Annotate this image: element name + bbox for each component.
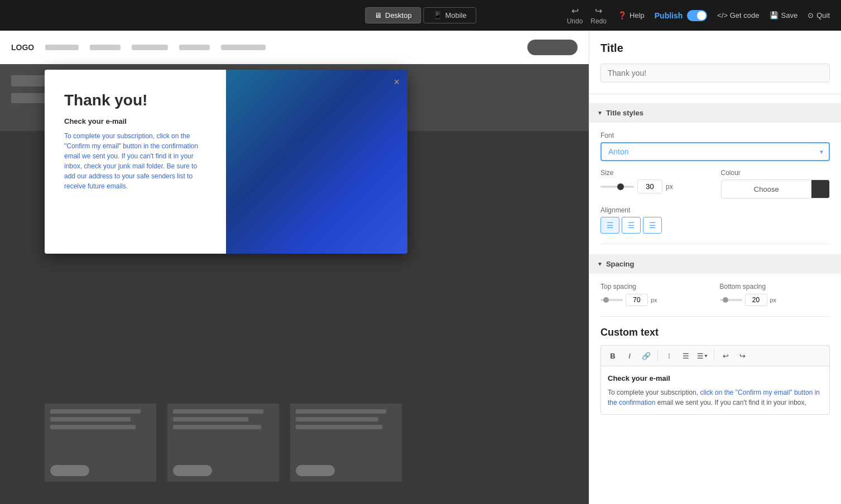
spacing-collapse-icon: ▼ — [597, 261, 603, 267]
card-1 — [45, 404, 156, 482]
top-spacing-thumb — [603, 297, 609, 303]
top-spacing-slider[interactable] — [600, 299, 623, 301]
card-2-button — [173, 465, 212, 476]
italic-icon: I — [628, 352, 631, 360]
card-2-line-1 — [173, 409, 263, 414]
editor-toolbar: B I 🔗 ⁝ ☰ ☰ ▼ ↩ ↪ — [600, 345, 830, 366]
mobile-view-button[interactable]: 📱 Mobile — [424, 7, 476, 23]
title-input[interactable] — [600, 64, 830, 83]
align-dropdown-button[interactable]: ☰ ▼ — [695, 349, 710, 362]
cards-section — [45, 404, 402, 482]
top-spacing-group: Top spacing px — [600, 283, 711, 306]
colour-input-row: Choose — [721, 180, 830, 198]
top-spacing-input-row: px — [600, 294, 711, 306]
title-section: Title — [600, 42, 830, 83]
modal-body: To complete your subscription, click on … — [64, 131, 206, 191]
modal-title: Thank you! — [64, 92, 206, 109]
editor-redo-button[interactable]: ↪ — [735, 349, 749, 362]
mobile-label: Mobile — [445, 11, 467, 20]
modal-close-button[interactable]: × — [393, 76, 400, 88]
get-code-button[interactable]: </> Get code — [717, 11, 759, 20]
publish-toggle[interactable] — [687, 10, 707, 21]
size-group: Size px — [600, 169, 710, 198]
quit-label: Quit — [816, 11, 830, 20]
size-label: Size — [600, 169, 710, 177]
publish-group: Publish — [655, 10, 708, 21]
logo-text: LOGO — [11, 43, 34, 52]
editor-undo-button[interactable]: ↩ — [718, 349, 733, 362]
bottom-spacing-unit: px — [770, 297, 777, 303]
save-button[interactable]: 💾 Save — [770, 11, 798, 20]
help-label: Help — [629, 11, 645, 20]
panel-title: Title — [600, 42, 830, 55]
undo-redo-group: ↩ Undo ↪ Redo — [567, 6, 607, 25]
alignment-group: Alignment ☰ ☰ ☰ — [600, 206, 830, 234]
size-input[interactable] — [637, 180, 662, 193]
card-3 — [290, 404, 402, 482]
quit-button[interactable]: ⊙ Quit — [808, 11, 830, 20]
size-input-row: px — [600, 180, 710, 193]
undo-button[interactable]: ↩ Undo — [567, 6, 583, 25]
align-dropdown-icon: ☰ — [697, 352, 704, 360]
modal-right: × — [226, 70, 407, 254]
editor-subtitle: Check your e-mail — [608, 373, 823, 384]
colour-choose-button[interactable]: Choose — [722, 182, 812, 197]
save-icon: 💾 — [770, 11, 778, 20]
modal-subtitle: Check your e-mail — [64, 117, 206, 125]
spacing-header[interactable]: ▼ Spacing — [589, 254, 841, 274]
get-code-label: </> Get code — [717, 11, 759, 20]
align-right-button[interactable]: ☰ — [643, 217, 662, 234]
toolbar-divider-1 — [657, 350, 658, 361]
help-icon: ❓ — [618, 11, 627, 20]
alignment-row: ☰ ☰ ☰ — [600, 217, 830, 234]
bottom-spacing-slider[interactable] — [720, 299, 742, 301]
colour-label: Colour — [721, 169, 830, 177]
bottom-spacing-label: Bottom spacing — [720, 283, 830, 290]
view-toggle-group: 🖥 Desktop 📱 Mobile — [365, 7, 476, 23]
modal-overlay: Thank you! Check your e-mail To complete… — [45, 70, 407, 254]
top-spacing-input[interactable] — [626, 294, 648, 306]
ordered-list-button[interactable]: ☰ — [679, 349, 693, 362]
font-select[interactable]: Anton Arial Georgia Roboto — [600, 142, 830, 161]
redo-button[interactable]: ↪ Redo — [590, 6, 607, 25]
navbar-mockup: LOGO — [0, 31, 589, 64]
size-unit: px — [666, 183, 673, 191]
unordered-list-button[interactable]: ⁝ — [662, 349, 676, 362]
desktop-view-button[interactable]: 🖥 Desktop — [365, 7, 421, 23]
editor-content[interactable]: Check your e-mail To complete your subsc… — [600, 366, 830, 415]
bottom-spacing-input[interactable] — [745, 294, 767, 306]
divider-3 — [600, 316, 830, 317]
bold-button[interactable]: B — [605, 349, 620, 362]
colour-group: Colour Choose — [721, 169, 830, 198]
card-2 — [167, 404, 279, 482]
colour-swatch[interactable] — [811, 180, 829, 198]
mobile-icon: 📱 — [433, 11, 442, 20]
title-styles-header[interactable]: ▼ Title styles — [589, 103, 841, 123]
italic-button[interactable]: I — [622, 349, 637, 362]
editor-body: To complete your subscription, click on … — [608, 387, 823, 408]
align-left-button[interactable]: ☰ — [600, 217, 619, 234]
redo-label: Redo — [590, 17, 607, 25]
title-input-group — [600, 64, 830, 83]
top-bar: ↩ Undo ↪ Redo 🖥 Desktop 📱 Mobile ❓ Help … — [0, 0, 841, 31]
nav-placeholder-2 — [90, 45, 121, 50]
nav-placeholder-3 — [132, 45, 168, 50]
desktop-label: Desktop — [385, 11, 412, 20]
alignment-label: Alignment — [600, 206, 830, 214]
size-slider-track[interactable] — [600, 186, 634, 188]
card-3-line-3 — [296, 425, 382, 429]
divider-1 — [589, 94, 841, 94]
editor-link-text: click on the "Confirm my email" button i… — [608, 389, 820, 406]
unordered-list-icon: ⁝ — [668, 352, 670, 360]
help-button[interactable]: ❓ Help — [618, 11, 645, 20]
quit-icon: ⊙ — [808, 11, 814, 20]
bottom-spacing-thumb — [723, 297, 728, 303]
divider-2 — [600, 244, 830, 244]
align-center-button[interactable]: ☰ — [622, 217, 641, 234]
align-left-icon: ☰ — [607, 221, 614, 230]
link-button[interactable]: 🔗 — [639, 349, 653, 362]
close-icon: × — [393, 76, 400, 88]
title-styles-label: Title styles — [606, 109, 643, 117]
spacing-row: Top spacing px Bottom spacing px — [600, 283, 830, 306]
right-panel: Title ▼ Title styles Font Anton Arial Ge… — [589, 31, 841, 504]
